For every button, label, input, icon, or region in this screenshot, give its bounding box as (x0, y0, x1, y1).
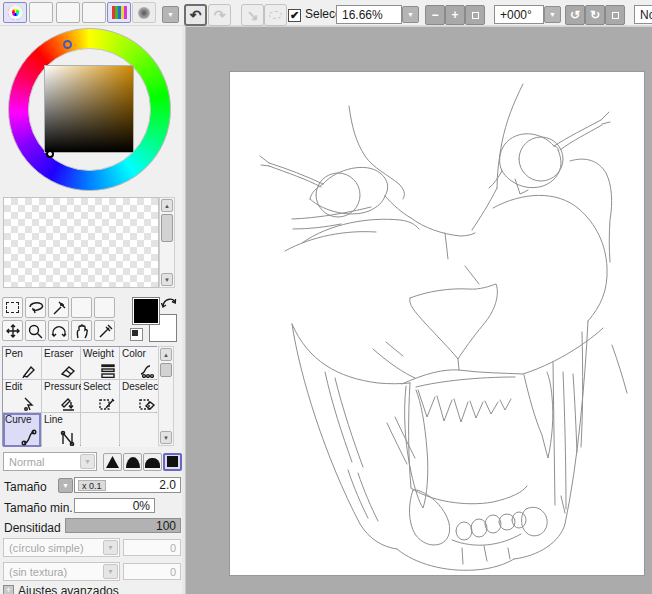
size-dropdown-button[interactable]: ▼ (58, 478, 73, 493)
advanced-settings-label[interactable]: Ajustes avanzados (18, 584, 119, 594)
history-dropdown-button[interactable]: ▼ (162, 6, 179, 23)
brush-shape-strength-box[interactable]: 0 (123, 539, 181, 556)
blend-mode-box[interactable]: Nor (634, 5, 652, 24)
zoom-dropdown-button[interactable]: ▼ (402, 6, 419, 23)
density-slider[interactable]: 100 (65, 518, 181, 533)
canvas-viewport[interactable] (186, 26, 652, 594)
hand-icon (73, 323, 91, 339)
brush-shape-square-button[interactable] (163, 453, 182, 471)
brush-shape-flat-button[interactable] (143, 453, 162, 471)
line-icon (59, 429, 77, 446)
rotate-view-button[interactable] (48, 320, 69, 341)
tool-weight[interactable]: Weight (81, 347, 119, 379)
size-slider[interactable]: x 0.1 2.0 (74, 477, 181, 493)
tool-pressure[interactable]: Pressure (42, 380, 80, 412)
texture-dropdown[interactable]: (sin textura) ▼ (3, 562, 120, 581)
scroll-up-icon[interactable]: ▲ (160, 348, 172, 361)
brush-shape-dropdown[interactable]: (círculo simple) ▼ (3, 538, 120, 557)
mixer-panel-button[interactable] (82, 2, 106, 23)
zoom-out-button[interactable]: − (425, 5, 445, 25)
selection-checkbox[interactable]: ✔ (288, 9, 301, 22)
texture-dropdown-value: (sin textura) (9, 566, 67, 578)
tool-label: Curve (5, 414, 32, 425)
brush-shape-spike-button[interactable] (103, 453, 122, 471)
select-pen-icon (98, 396, 116, 411)
blend-mode-dropdown[interactable]: Normal ▼ (3, 452, 97, 471)
swatches-panel-button[interactable] (107, 2, 131, 23)
eyedropper-button[interactable] (94, 320, 115, 341)
edit-cursor-icon (20, 396, 38, 411)
tool-deselect-eraser[interactable]: Deselect (120, 380, 159, 412)
rotation-value-box[interactable]: +000° (494, 5, 544, 24)
hue-cursor[interactable] (63, 40, 72, 49)
color-wheel-panel-button[interactable] (3, 2, 27, 23)
tool-label: Pressure (44, 381, 84, 392)
zoom-value-box[interactable]: 16.66% (336, 5, 402, 24)
magnifier-icon (27, 323, 45, 339)
size-multiplier-badge: x 0.1 (78, 480, 106, 491)
scrollbar-thumb[interactable] (160, 363, 172, 377)
panel-divider[interactable] (182, 26, 186, 594)
tool-line[interactable]: Line (42, 413, 80, 447)
flat-shape-icon (145, 458, 160, 468)
rotation-reset-button[interactable] (605, 5, 625, 25)
tool-edit[interactable]: Edit (3, 380, 41, 412)
zoom-in-button[interactable]: + (445, 5, 465, 25)
chevron-down-icon: ▼ (103, 540, 118, 555)
undo-button[interactable]: ↶ (184, 4, 207, 26)
default-colors-icon[interactable] (130, 328, 143, 341)
scratchpad-scrollbar[interactable]: ▲ ▼ (159, 197, 175, 288)
tool-select-pen[interactable]: Select (81, 380, 119, 412)
lasso-select-button[interactable] (25, 297, 46, 318)
density-label: Densitidad (4, 521, 61, 535)
zoom-reset-button[interactable] (465, 5, 485, 25)
saturation-value-square[interactable] (44, 65, 134, 153)
scroll-down-icon[interactable]: ▼ (161, 273, 173, 286)
redo-button[interactable]: ↷ (208, 4, 231, 26)
expand-plus-icon[interactable]: + (3, 585, 14, 594)
empty-grid-cell[interactable] (120, 413, 159, 447)
tool-grid-scrollbar[interactable]: ▲ ▼ (158, 346, 174, 446)
rotate-icon (50, 323, 68, 339)
marquee-select-button[interactable] (2, 297, 23, 318)
scroll-up-icon[interactable]: ▲ (161, 199, 173, 212)
scrollbar-thumb[interactable] (161, 214, 173, 242)
rotate-cw-button[interactable]: ↻ (585, 5, 605, 25)
move-tool-button[interactable] (2, 320, 23, 341)
foreground-color-swatch[interactable] (133, 298, 159, 324)
tool-pen[interactable]: Pen (3, 347, 41, 379)
magic-wand-button[interactable] (48, 297, 69, 318)
sv-cursor[interactable] (46, 150, 54, 158)
scroll-down-icon[interactable]: ▼ (160, 431, 172, 444)
eraser-icon (59, 363, 77, 378)
empty-grid-cell[interactable] (81, 413, 119, 447)
rotation-dropdown-button[interactable]: ▼ (544, 6, 561, 23)
rgb-sliders-panel-button[interactable] (29, 2, 53, 23)
canvas[interactable] (230, 72, 644, 575)
scratchpad-panel-button[interactable] (132, 2, 156, 23)
crop-selection-button[interactable]: ↘ (241, 4, 264, 26)
brush-shape-round-button[interactable] (123, 453, 142, 471)
texture-strength-box[interactable]: 0 (123, 563, 181, 580)
tool-color[interactable]: Color (120, 347, 159, 379)
min-size-slider[interactable]: 0% (74, 498, 155, 513)
empty-tool-slot[interactable] (94, 297, 115, 318)
zoom-tool-button[interactable] (25, 320, 46, 341)
lasso-icon (27, 300, 45, 316)
scratchpad-area[interactable] (3, 197, 159, 288)
tool-curve[interactable]: Curve (3, 413, 41, 447)
color-wheel-icon (8, 5, 23, 20)
tool-eraser[interactable]: Eraser (42, 347, 80, 379)
hsv-sliders-panel-button[interactable] (56, 2, 80, 23)
rotate-ccw-button[interactable]: ↺ (565, 5, 585, 25)
swap-colors-icon[interactable] (160, 294, 178, 310)
spike-shape-icon (106, 456, 119, 468)
round-shape-icon (126, 457, 140, 468)
ellipse-icon (269, 11, 282, 19)
hand-tool-button[interactable] (71, 320, 92, 341)
tool-label: Color (122, 348, 146, 359)
empty-tool-slot[interactable] (71, 297, 92, 318)
color-wheel[interactable] (8, 28, 171, 191)
selection-boundary-button[interactable] (264, 4, 287, 26)
tool-label: Pen (5, 348, 23, 359)
